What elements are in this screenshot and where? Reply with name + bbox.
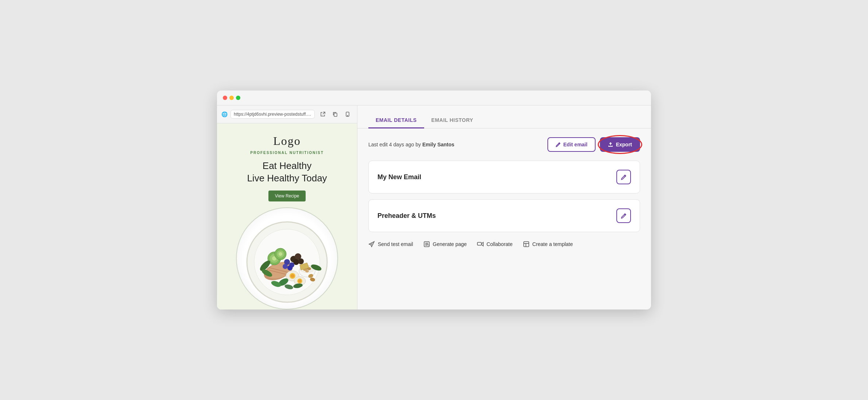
export-button[interactable]: Export bbox=[600, 137, 640, 152]
send-test-email-action[interactable]: Send test email bbox=[368, 241, 413, 247]
generate-page-label: Generate page bbox=[433, 241, 467, 247]
minimize-button[interactable] bbox=[229, 96, 234, 100]
tab-email-history[interactable]: EMAIL HISTORY bbox=[424, 113, 481, 128]
email-headline: Eat Healthy Live Healthy Today bbox=[247, 160, 327, 185]
page-icon bbox=[423, 241, 430, 247]
send-test-label: Send test email bbox=[378, 241, 413, 247]
copy-button[interactable] bbox=[330, 109, 340, 119]
collaborate-label: Collaborate bbox=[487, 241, 513, 247]
external-link-button[interactable] bbox=[318, 109, 328, 119]
browser-toolbar: 🌐 https://4ptjd6svhi.preview-postedstuff… bbox=[217, 105, 357, 123]
create-template-action[interactable]: Create a template bbox=[523, 241, 573, 247]
create-template-label: Create a template bbox=[532, 241, 573, 247]
close-button[interactable] bbox=[223, 96, 227, 100]
preheader-card: Preheader & UTMs bbox=[368, 199, 640, 232]
template-icon bbox=[523, 241, 530, 247]
globe-icon: 🌐 bbox=[221, 111, 228, 117]
edit-email-name-button[interactable] bbox=[616, 170, 631, 184]
plate-illustration bbox=[240, 211, 334, 306]
maximize-button[interactable] bbox=[236, 96, 240, 100]
title-bar bbox=[217, 91, 651, 105]
panel-body: Last edit 4 days ago by Emily Santos Edi… bbox=[357, 128, 651, 309]
food-plate bbox=[236, 207, 338, 309]
email-preview: Logo PROFESSIONAL NUTRITIONIST Eat Healt… bbox=[217, 123, 357, 309]
edit-email-button[interactable]: Edit email bbox=[547, 137, 596, 152]
svg-point-29 bbox=[298, 258, 304, 264]
action-buttons: Edit email Export bbox=[547, 137, 640, 152]
author-name: Emily Santos bbox=[422, 142, 454, 147]
svg-rect-49 bbox=[477, 242, 481, 245]
pencil-edit-icon-2 bbox=[621, 213, 627, 219]
edit-preheader-button[interactable] bbox=[616, 208, 631, 223]
main-content: 🌐 https://4ptjd6svhi.preview-postedstuff… bbox=[217, 105, 651, 309]
svg-rect-48 bbox=[427, 244, 429, 246]
svg-point-2 bbox=[347, 115, 348, 116]
collaborate-action[interactable]: Collaborate bbox=[477, 241, 513, 247]
bottom-actions: Send test email Generate page bbox=[368, 238, 640, 247]
meta-text: Last edit 4 days ago by Emily Santos bbox=[368, 142, 454, 147]
svg-point-37 bbox=[283, 264, 288, 269]
collaborate-icon bbox=[477, 241, 484, 247]
svg-point-11 bbox=[291, 274, 294, 278]
meta-row: Last edit 4 days ago by Emily Santos Edi… bbox=[368, 137, 640, 152]
traffic-lights bbox=[223, 96, 240, 100]
pencil-edit-icon bbox=[621, 174, 627, 180]
email-subtitle: PROFESSIONAL NUTRITIONIST bbox=[250, 151, 324, 155]
right-panel: EMAIL DETAILS EMAIL HISTORY Last edit 4 … bbox=[357, 105, 651, 309]
email-name-card: My New Email bbox=[368, 161, 640, 193]
svg-point-25 bbox=[279, 252, 282, 256]
app-window: 🌐 https://4ptjd6svhi.preview-postedstuff… bbox=[217, 91, 651, 309]
svg-point-38 bbox=[287, 265, 292, 270]
send-icon bbox=[368, 241, 375, 247]
generate-page-action[interactable]: Generate page bbox=[423, 241, 467, 247]
mobile-preview-button[interactable] bbox=[342, 109, 353, 119]
browser-actions bbox=[318, 109, 353, 119]
tabs-header: EMAIL DETAILS EMAIL HISTORY bbox=[357, 105, 651, 128]
svg-rect-50 bbox=[524, 242, 529, 247]
email-logo: Logo bbox=[273, 134, 301, 148]
svg-point-14 bbox=[298, 279, 302, 282]
email-name-title: My New Email bbox=[377, 173, 421, 181]
browser-panel: 🌐 https://4ptjd6svhi.preview-postedstuff… bbox=[217, 105, 357, 309]
preheader-title: Preheader & UTMs bbox=[377, 212, 436, 220]
svg-rect-0 bbox=[334, 113, 337, 116]
export-icon bbox=[608, 142, 613, 147]
view-recipe-button[interactable]: View Recipe bbox=[268, 191, 306, 201]
tab-email-details[interactable]: EMAIL DETAILS bbox=[368, 113, 424, 128]
url-bar[interactable]: https://4ptjd6svhi.preview-postedstuff.c… bbox=[230, 110, 315, 119]
pencil-icon bbox=[555, 142, 561, 147]
